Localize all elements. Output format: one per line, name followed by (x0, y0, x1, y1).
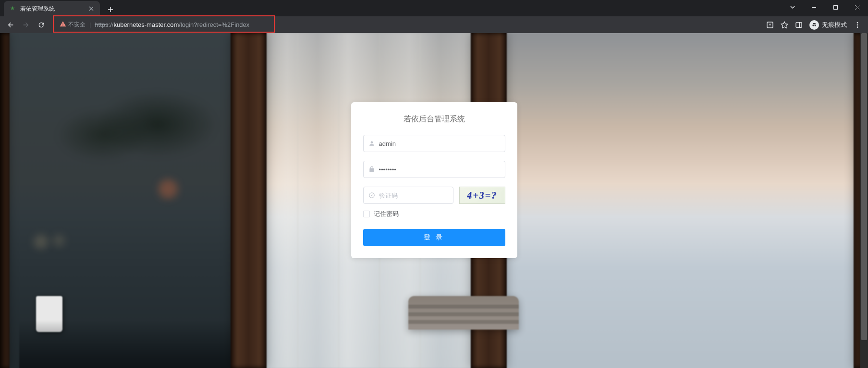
warning-triangle-icon (60, 21, 66, 29)
incognito-icon (809, 20, 819, 30)
nav-reload-button[interactable] (35, 18, 48, 32)
browser-tab-active[interactable]: 若依管理系统 (4, 1, 100, 16)
username-field-group (363, 135, 505, 152)
svg-point-6 (857, 22, 858, 24)
incognito-indicator[interactable]: 无痕模式 (807, 20, 850, 30)
new-tab-button[interactable] (104, 3, 117, 16)
remember-row: 记住密码 (363, 210, 505, 218)
login-title: 若依后台管理系统 (363, 114, 505, 124)
captcha-image[interactable]: 4+3=? (459, 187, 505, 204)
password-field-group (363, 161, 505, 178)
bookmark-star-icon[interactable] (778, 18, 791, 32)
remember-checkbox[interactable] (363, 211, 370, 217)
window-controls (782, 0, 868, 14)
tab-bar: 若依管理系统 (0, 0, 868, 16)
window-minimize-button[interactable] (803, 0, 825, 14)
tab-favicon-icon (9, 5, 16, 12)
address-bar[interactable]: 不安全 | https://kubernetes-master.com/logi… (54, 18, 758, 32)
lock-icon (368, 166, 376, 173)
tab-title: 若依管理系统 (20, 5, 84, 13)
side-panel-icon[interactable] (792, 18, 806, 32)
svg-rect-2 (796, 22, 802, 27)
window-close-button[interactable] (846, 0, 868, 14)
user-icon (368, 140, 376, 147)
svg-point-8 (857, 26, 858, 28)
nav-forward-button[interactable] (19, 18, 33, 32)
browser-menu-icon[interactable] (851, 18, 864, 32)
install-app-icon[interactable] (763, 18, 777, 32)
captcha-input[interactable] (363, 187, 453, 204)
window-maximize-button[interactable] (825, 0, 846, 14)
remember-label[interactable]: 记住密码 (374, 210, 399, 218)
url-text: https://kubernetes-master.com/login?redi… (95, 21, 249, 28)
page-scrollbar[interactable] (860, 33, 868, 368)
toolbar-icons: 无痕模式 (763, 18, 864, 32)
tab-search-icon[interactable] (782, 0, 803, 14)
scrollbar-thumb[interactable] (861, 33, 867, 340)
password-input[interactable] (363, 161, 505, 178)
incognito-label: 无痕模式 (822, 21, 847, 29)
svg-point-4 (813, 24, 814, 26)
captcha-row: 4+3=? (363, 187, 505, 204)
security-divider: | (89, 21, 91, 28)
shield-icon (368, 191, 376, 199)
svg-rect-0 (834, 5, 838, 9)
security-indicator[interactable]: 不安全 (60, 21, 86, 29)
tab-close-icon[interactable] (87, 5, 95, 12)
browser-chrome: 若依管理系统 (0, 0, 868, 33)
login-button[interactable]: 登 录 (363, 229, 505, 246)
username-input[interactable] (363, 135, 505, 152)
address-bar-wrapper: 不安全 | https://kubernetes-master.com/logi… (54, 18, 758, 32)
page-content: 若依后台管理系统 (0, 33, 868, 368)
svg-point-5 (815, 24, 816, 26)
nav-bar: 不安全 | https://kubernetes-master.com/logi… (0, 16, 868, 33)
security-label: 不安全 (68, 21, 86, 29)
nav-back-button[interactable] (4, 18, 17, 32)
svg-point-7 (857, 24, 858, 25)
login-card: 若依后台管理系统 (351, 102, 517, 258)
